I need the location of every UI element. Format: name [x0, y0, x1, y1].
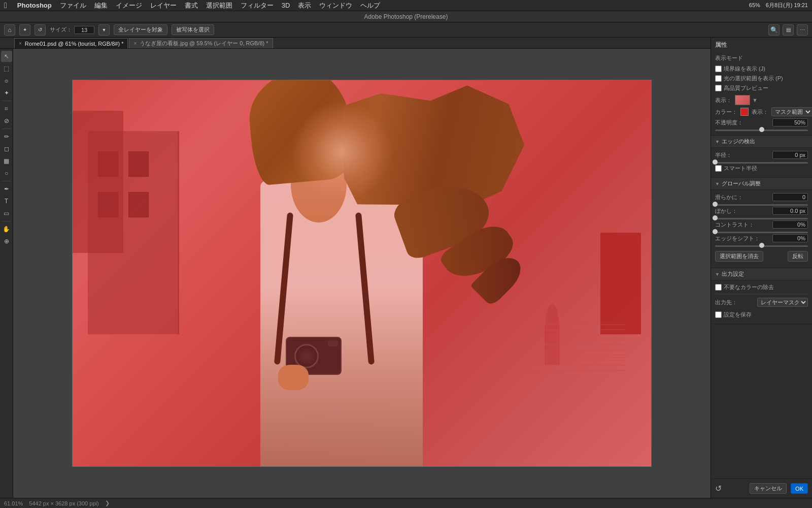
shift-edge-input[interactable]: [772, 234, 808, 242]
remove-color-checkbox[interactable]: [715, 284, 722, 291]
type-tool[interactable]: T: [1, 196, 12, 207]
gradient-tool[interactable]: ▦: [1, 155, 12, 167]
all-layers-button[interactable]: 全レイヤーを対象: [114, 24, 167, 35]
contrast-slider-thumb[interactable]: [713, 229, 718, 234]
feather-slider-thumb[interactable]: [713, 215, 718, 220]
feather-input[interactable]: [772, 207, 808, 215]
show-radius-checkbox[interactable]: [715, 75, 722, 82]
smooth-slider-thumb[interactable]: [713, 202, 718, 207]
menu-filter[interactable]: フィルター: [241, 1, 274, 10]
output-settings-header[interactable]: ▼ 出力設定: [711, 268, 812, 280]
smooth-input[interactable]: [772, 193, 808, 201]
ok-button[interactable]: OK: [791, 483, 808, 494]
menu-file[interactable]: ファイル: [60, 1, 86, 10]
clear-selection-button[interactable]: 選択範囲を消去: [715, 251, 763, 262]
radius-row: 半径：: [715, 151, 808, 159]
selection-tool[interactable]: ⬚: [1, 63, 12, 74]
contrast-input[interactable]: [772, 220, 808, 229]
contrast-row: コントラスト：: [715, 220, 808, 229]
tab-rome-label: Rome01.psd @ 61% (tourist, RGB/8#) *: [25, 41, 124, 47]
hand-tool[interactable]: ✋: [1, 224, 12, 235]
settings-icon[interactable]: ⋯: [797, 24, 808, 36]
select-subject-button[interactable]: 被写体を選択: [172, 24, 214, 35]
radius-input[interactable]: [772, 151, 808, 159]
crop-tool[interactable]: ⌗: [1, 103, 12, 114]
tab-close-icon-2[interactable]: ×: [133, 41, 137, 46]
apple-icon: : [4, 1, 7, 10]
refresh-icon[interactable]: ↺: [35, 24, 46, 36]
reset-icon[interactable]: ↺: [715, 484, 722, 493]
menu-3d[interactable]: 3D: [282, 2, 290, 9]
decontaminate-slider: [715, 293, 808, 295]
eyedropper-tool[interactable]: ⊘: [1, 115, 12, 126]
size-input[interactable]: [74, 26, 94, 34]
shift-edge-slider-thumb[interactable]: [759, 243, 764, 248]
high-quality-checkbox[interactable]: [715, 85, 722, 91]
radius-slider-thumb[interactable]: [713, 160, 718, 165]
opacity-row: 不透明度：: [715, 118, 808, 126]
opacity-label: 不透明度：: [715, 119, 743, 126]
show-edge-row: 境界線を表示 (J): [715, 65, 808, 73]
statusbar-arrow[interactable]: ❯: [105, 500, 110, 506]
menu-help[interactable]: ヘルプ: [360, 1, 380, 10]
tab-unagi[interactable]: × うなぎ屋の看板.jpg @ 59.5% (レイヤー 0, RGB/8) *: [129, 38, 273, 48]
separator-1: [2, 101, 11, 101]
smooth-slider-track[interactable]: [715, 204, 808, 206]
radius-slider-track[interactable]: [715, 162, 808, 164]
magic-wand-tool[interactable]: ✦: [1, 87, 12, 99]
show-edge-checkbox[interactable]: [715, 66, 722, 72]
pen-tool[interactable]: ✒: [1, 183, 12, 195]
global-adjust-header[interactable]: ▼ グローバル調整: [711, 178, 812, 190]
opacity-slider-thumb[interactable]: [759, 127, 764, 132]
mask-mode-select[interactable]: マスク範囲: [771, 107, 812, 116]
display-label: 表示：: [715, 97, 732, 104]
content-area: × Rome01.psd @ 61% (tourist, RGB/8#) * ×…: [0, 38, 812, 498]
tab-rome[interactable]: × Rome01.psd @ 61% (tourist, RGB/8#) *: [14, 38, 128, 48]
edge-detection-header[interactable]: ▼ エッジの検出: [711, 136, 812, 148]
menu-type[interactable]: 書式: [185, 1, 198, 10]
opacity-slider-track[interactable]: [715, 130, 808, 131]
menu-window[interactable]: ウィンドウ: [319, 1, 352, 10]
dodge-tool[interactable]: ○: [1, 168, 12, 179]
reset-icon-area[interactable]: ↺: [715, 483, 722, 494]
contrast-slider-track[interactable]: [715, 232, 808, 233]
save-settings-checkbox[interactable]: [715, 311, 722, 318]
menu-image[interactable]: イメージ: [116, 1, 142, 10]
color-control: [740, 108, 749, 116]
color-row: カラー： 表示： マスク範囲: [715, 107, 808, 116]
color-swatch[interactable]: [740, 108, 749, 116]
camera-viewfinder: [328, 340, 338, 346]
contrast-label: コントラスト：: [715, 221, 754, 229]
canvas-area[interactable]: [13, 49, 710, 498]
menu-select[interactable]: 選択範囲: [206, 1, 232, 10]
menu-edit[interactable]: 編集: [94, 1, 108, 10]
tab-close-icon[interactable]: ×: [19, 41, 22, 46]
size-stepper[interactable]: ▼: [98, 24, 110, 36]
dialog-buttons: ↺ キャンセル OK: [711, 479, 812, 498]
eraser-tool[interactable]: ◻: [1, 143, 12, 154]
cancel-button[interactable]: キャンセル: [750, 483, 787, 494]
view-icon[interactable]: ▤: [783, 24, 794, 36]
home-button[interactable]: ⌂: [4, 24, 15, 36]
invert-button[interactable]: 反転: [788, 251, 808, 262]
canvas-container: [72, 80, 652, 467]
shift-edge-slider-track[interactable]: [715, 245, 808, 247]
smart-radius-checkbox[interactable]: [715, 165, 722, 172]
output-to-select[interactable]: レイヤーマスク: [757, 298, 808, 307]
output-to-row: 出力先： レイヤーマスク: [715, 298, 808, 307]
move-tool[interactable]: ↖: [1, 51, 12, 62]
preview-thumbnail[interactable]: [735, 95, 750, 105]
menu-view[interactable]: 表示: [298, 1, 311, 10]
lasso-tool[interactable]: ⌾: [1, 75, 12, 86]
options-icon[interactable]: ✦: [19, 24, 30, 36]
menu-layer[interactable]: レイヤー: [150, 1, 177, 10]
brush-tool[interactable]: ✏: [1, 131, 12, 142]
opacity-input[interactable]: [772, 118, 808, 126]
shape-tool[interactable]: ▭: [1, 208, 12, 219]
window-title: Adobe Photoshop (Prerelease): [364, 13, 448, 20]
feather-slider-track[interactable]: [715, 218, 808, 219]
search-icon[interactable]: 🔍: [768, 24, 780, 36]
zoom-tool[interactable]: ⊕: [1, 236, 12, 247]
shift-edge-label: エッジをシフト：: [715, 235, 760, 242]
preview-arrow[interactable]: ▼: [752, 97, 758, 103]
